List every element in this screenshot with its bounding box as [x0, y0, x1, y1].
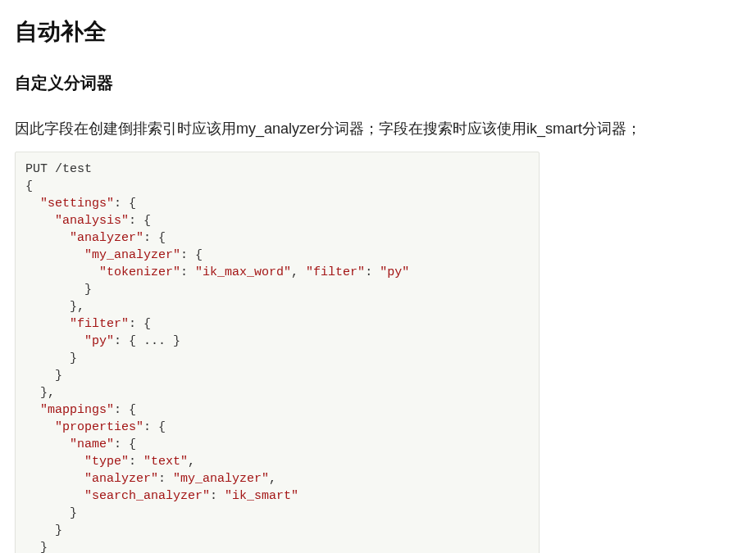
- code-key-filter-block: "filter": [70, 317, 129, 331]
- document-page: 自动补全 自定义分词器 因此字段在创建倒排索引时应该用my_analyzer分词…: [0, 0, 756, 553]
- code-key-search-analyzer: "search_analyzer": [84, 489, 210, 503]
- code-key-analyzer2: "analyzer": [84, 472, 158, 486]
- code-val-py: "py": [380, 265, 409, 279]
- code-request-line: PUT /test: [25, 162, 92, 176]
- code-val-ik-max-word: "ik_max_word": [195, 265, 291, 279]
- code-key-mappings: "mappings": [40, 403, 114, 417]
- code-key-filter: "filter": [306, 265, 365, 279]
- code-val-ik-smart: "ik_smart": [225, 489, 298, 503]
- page-title: 自动补全: [15, 16, 741, 48]
- code-key-properties: "properties": [55, 420, 143, 434]
- intro-paragraph: 因此字段在创建倒排索引时应该用my_analyzer分词器；字段在搜索时应该使用…: [15, 119, 741, 138]
- code-key-tokenizer: "tokenizer": [99, 265, 180, 279]
- code-key-my-analyzer: "my_analyzer": [84, 248, 180, 262]
- code-block: PUT /test { "settings": { "analysis": { …: [15, 152, 540, 553]
- section-heading: 自定义分词器: [15, 72, 741, 94]
- code-key-py: "py": [84, 334, 114, 348]
- code-key-name: "name": [70, 437, 114, 451]
- code-ellipsis: { ... }: [129, 334, 180, 348]
- code-val-my-analyzer: "my_analyzer": [173, 472, 269, 486]
- code-key-settings: "settings": [40, 197, 114, 211]
- code-val-text: "text": [143, 455, 188, 469]
- code-key-analysis: "analysis": [55, 214, 129, 228]
- code-key-type: "type": [84, 455, 129, 469]
- code-key-analyzer: "analyzer": [70, 231, 143, 245]
